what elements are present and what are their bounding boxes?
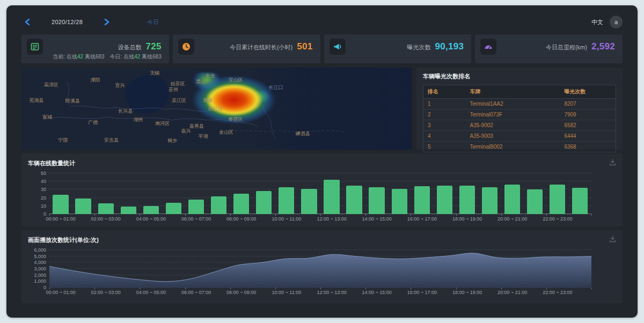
map-place-label: 松江区 [208,105,223,112]
device-list-icon [27,39,43,55]
table-row: 4A35-90036444 [423,131,616,142]
topbar-right: 中文 a [591,16,623,28]
ranking-panel: 车辆曝光次数排名 排名 车牌 曝光次数 1Terminal1AA282072Te… [416,68,623,150]
bar [98,203,114,214]
language-switch[interactable]: 中文 [591,18,603,26]
stat-value: 2,592 [591,41,615,52]
next-day-button[interactable] [101,16,113,28]
chevron-left-icon [25,19,30,25]
table-header-row: 排名 车牌 曝光次数 [423,85,616,99]
table-row: 3A35-90026582 [423,120,616,131]
stat-label: 设备总数 [118,43,141,52]
y-axis-label: 50 [41,171,46,176]
cell-rank: 5 [423,142,466,152]
x-axis-label: 22:00 ~ 23:00 [543,290,572,295]
stat-card-devices: 设备总数 725 当前: 在线42 离线683今日: 在线42 离线683 [21,34,169,63]
map-place-label: 长江口 [268,84,283,91]
top-bar: 2020/12/28 今日 中文 a [21,13,623,31]
stat-value: 90,193 [435,41,464,52]
x-axis-label: 18:00 ~ 19:00 [452,290,482,295]
download-icon[interactable] [609,158,616,168]
x-axis-tick [275,214,276,216]
x-axis-label: 00:00 ~ 01:00 [46,290,75,295]
map-canvas[interactable]: 高淳区溧阳宜兴无锡姑苏区苏州昆山太仓宝山区长江口芜湖县郎溪县吴江区青浦松江区奉贤… [21,68,412,150]
x-axis-tick [411,288,411,289]
date-display[interactable]: 2020/12/28 [52,19,83,25]
x-axis-label: 12:00 ~ 13:00 [317,216,346,222]
map-place-label: 无锡 [150,69,159,76]
x-axis-tick [501,288,502,289]
bar [459,186,475,214]
cell-plate: Terminal1AA2 [465,99,560,109]
x-axis-tick [320,288,321,289]
stat-card-exposures: 曝光次数 90,193 [324,34,472,63]
cell-rank: 3 [423,120,466,131]
download-icon[interactable] [609,235,616,245]
gauge-icon [480,39,496,55]
today-button[interactable]: 今日 [147,18,159,26]
area-series [49,250,591,288]
x-axis-tick [49,288,50,289]
col-rank: 排名 [423,85,466,99]
map-place-label: 昆山 [196,78,206,85]
y-axis-label: 20 [41,195,46,201]
map-place-label: 宜兴 [115,82,125,89]
bar [53,195,68,214]
stat-label: 今日累计在线时长(小时) [230,43,292,52]
bar [437,186,452,214]
map-place-label: 溧阳 [91,76,100,83]
cell-count: 8207 [560,99,616,109]
x-axis-tick [456,288,457,289]
bar-chart-title: 车辆在线数量统计 [28,159,75,167]
cell-count: 7909 [560,109,616,120]
map-place-label: 苏州 [169,86,178,93]
x-axis-label: 16:00 ~ 17:00 [407,290,437,295]
x-axis-label: 04:00 ~ 05:00 [136,290,166,295]
x-axis-tick [365,288,366,289]
cell-count: 6368 [560,142,616,152]
x-axis-label: 10:00 ~ 11:00 [272,216,302,222]
prev-day-button[interactable] [21,16,33,28]
cell-plate: TerminalB002 [465,142,560,152]
bar [504,185,520,214]
bar [166,203,181,214]
bar [346,186,362,214]
device-status-line: 当前: 在线42 离线683今日: 在线42 离线683 [53,53,161,61]
stats-row: 设备总数 725 当前: 在线42 离线683今日: 在线42 离线683 今日… [21,34,623,63]
x-axis-label: 00:00 ~ 01:00 [46,216,75,222]
x-axis-label: 12:00 ~ 13:00 [317,290,346,295]
map-place-label: 平湖 [199,133,208,140]
x-axis-label: 08:00 ~ 09:00 [226,290,256,295]
x-axis-tick [546,214,547,216]
y-axis-label: 4,000 [34,260,46,265]
map-place-label: 金山区 [219,129,233,136]
y-axis-label: 6,000 [34,247,46,253]
x-axis-label: 22:00 ~ 23:00 [543,216,572,222]
ranking-title: 车辆曝光次数排名 [423,72,616,80]
map-place-label: 广德 [88,119,98,126]
x-axis-tick [185,288,186,289]
bar-chart-plot: 0102030405000:00 ~ 01:0002:00 ~ 03:0004:… [49,173,591,214]
bar [550,185,565,214]
x-axis-tick [94,288,95,289]
x-axis-tick [275,288,276,289]
x-axis-tick [365,214,366,216]
bar-series [49,173,591,214]
x-axis-tick [320,214,321,216]
avatar[interactable]: a [610,16,623,28]
map-place-label: 芜湖县 [29,97,43,104]
stat-label: 今日总里程(km) [546,43,587,52]
stat-label: 曝光次数 [407,43,430,52]
bar [121,207,136,214]
bar [324,180,339,214]
bar [256,191,272,214]
x-axis-label: 14:00 ~ 15:00 [362,290,392,295]
map-place-label: 奉贤区 [228,115,243,122]
map-place-label: 太仓 [206,72,215,79]
y-axis-label: 2,000 [34,273,46,278]
y-axis-label: 40 [41,179,46,184]
area-chart-title: 画面播放次数统计(单位:次) [28,236,99,244]
map-place-label: 桐乡 [167,137,177,144]
x-axis-label: 02:00 ~ 03:00 [91,290,121,295]
x-axis-label: 02:00 ~ 03:00 [91,216,121,222]
